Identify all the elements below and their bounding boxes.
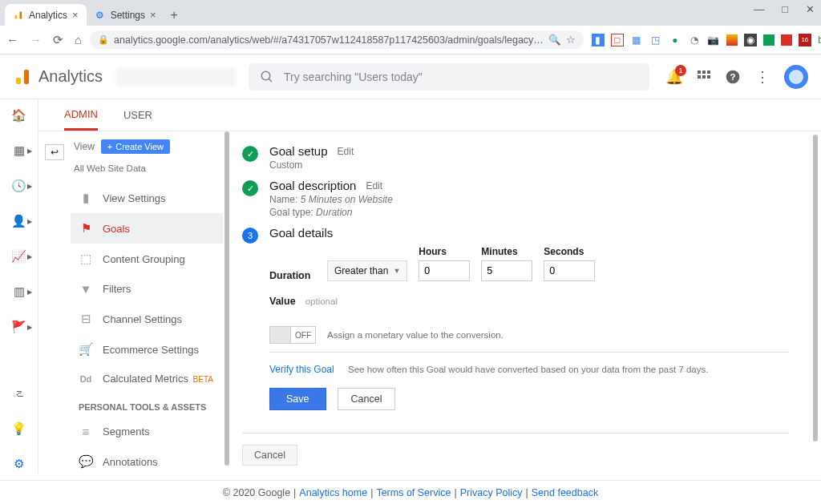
zoom-icon[interactable]: 🔍: [548, 34, 561, 46]
rail-conversions-icon[interactable]: 🚩▶: [8, 317, 30, 337]
rail-audience-icon[interactable]: 👤▶: [8, 212, 30, 231]
ext-icon[interactable]: [781, 34, 792, 46]
url-text: analytics.google.com/analytics/web/#/a74…: [114, 34, 544, 46]
duration-operator-dropdown[interactable]: Greater than ▼: [327, 260, 407, 281]
cart-icon: 🛒: [79, 342, 93, 357]
rail-realtime-icon[interactable]: 🕓▶: [8, 176, 30, 196]
admin-subtabs: ADMIN USER: [38, 99, 821, 131]
app-header: Analytics Try searching "Users today" 🔔 …: [0, 54, 821, 99]
close-window-button[interactable]: ✕: [806, 3, 815, 15]
svg-rect-1: [20, 11, 22, 18]
svg-rect-7: [702, 71, 706, 74]
forward-button[interactable]: →: [30, 33, 42, 47]
back-button[interactable]: ↩: [45, 144, 64, 160]
cancel-outer-button[interactable]: Cancel: [242, 445, 297, 466]
browser-toolbar: ← → ⟳ ⌂ 🔒 analytics.google.com/analytics…: [0, 26, 821, 54]
tab-close-icon[interactable]: ×: [72, 9, 79, 21]
step-goal-details: 3 Goal details Duration Greater than ▼: [242, 226, 789, 425]
ext-icon[interactable]: [726, 34, 738, 46]
ext-icon[interactable]: [763, 34, 774, 46]
menu-filters[interactable]: ▼ Filters: [71, 274, 223, 304]
notifications-button[interactable]: 🔔 1: [665, 68, 683, 86]
menu-content-grouping[interactable]: ⬚ Content Grouping: [71, 244, 223, 274]
step-title: Goal setup: [269, 144, 328, 158]
ext-icon[interactable]: 📷: [707, 34, 720, 46]
rail-discover-icon[interactable]: 💡: [8, 419, 30, 438]
address-bar[interactable]: 🔒 analytics.google.com/analytics/web/#/a…: [90, 30, 584, 49]
rail-customization-icon[interactable]: ▦▶: [8, 141, 30, 160]
ext-icon[interactable]: □: [611, 34, 624, 46]
menu-channel-settings[interactable]: ⊟ Channel Settings: [71, 304, 223, 334]
rail-behavior-icon[interactable]: ▥▶: [8, 282, 30, 301]
create-view-button[interactable]: + Create View: [101, 139, 170, 154]
plus-icon: +: [107, 142, 112, 151]
duration-label: Duration: [269, 270, 316, 281]
rail-admin-icon[interactable]: ⚙: [8, 454, 30, 474]
ext-icon[interactable]: bw: [818, 34, 821, 46]
help-icon[interactable]: ?: [725, 69, 741, 85]
chevron-down-icon: ▼: [393, 267, 400, 275]
menu-segments[interactable]: ≡ Segments: [71, 417, 223, 446]
apps-grid-icon[interactable]: [698, 71, 710, 83]
home-button[interactable]: ⌂: [75, 33, 82, 47]
ext-icon[interactable]: 16: [799, 34, 811, 46]
edit-link[interactable]: Edit: [366, 180, 382, 192]
ext-icon[interactable]: ◳: [649, 34, 662, 46]
save-button[interactable]: Save: [269, 388, 326, 410]
ext-icon[interactable]: ◔: [688, 34, 701, 46]
svg-rect-3: [24, 70, 29, 84]
star-icon[interactable]: ☆: [566, 34, 576, 46]
account-avatar[interactable]: [784, 65, 808, 89]
tab-user[interactable]: USER: [123, 101, 152, 129]
browser-tab-settings[interactable]: ⚙ Settings ×: [87, 4, 164, 26]
tab-title: Analytics: [29, 10, 67, 21]
property-title-blurred: [115, 67, 236, 87]
menu-calculated-metrics[interactable]: Dd Calculated Metrics BETA: [71, 365, 223, 393]
ext-icon[interactable]: ▮: [592, 34, 605, 46]
browser-tab-analytics[interactable]: Analytics ×: [5, 4, 87, 26]
maximize-button[interactable]: □: [782, 3, 788, 15]
extension-icons: ▮ □ ▦ ◳ ● ◔ 📷 ◉ 16 bw ✱ ✦ E ⋮: [592, 34, 821, 46]
footer-tos-link[interactable]: Terms of Service: [376, 487, 451, 498]
tab-admin[interactable]: ADMIN: [64, 100, 98, 131]
hours-input[interactable]: [419, 260, 470, 281]
kebab-menu-icon[interactable]: ⋮: [755, 68, 770, 86]
app-name: Analytics: [38, 67, 103, 86]
rail-home-icon[interactable]: 🏠: [8, 106, 30, 125]
search-icon: [260, 70, 274, 84]
flag-icon: ⚑: [79, 221, 93, 236]
annotations-icon: 💬: [79, 454, 93, 469]
footer-feedback-link[interactable]: Send feedback: [532, 487, 598, 498]
tab-close-icon[interactable]: ×: [150, 9, 156, 21]
verify-goal-link[interactable]: Verify this Goal: [269, 364, 334, 375]
menu-ecommerce-settings[interactable]: 🛒 Ecommerce Settings: [71, 334, 223, 365]
search-box[interactable]: Try searching "Users today": [249, 63, 649, 91]
back-button[interactable]: ←: [6, 33, 18, 47]
ext-icon[interactable]: ▦: [630, 34, 643, 46]
menu-view-settings[interactable]: ▮ View Settings: [71, 183, 223, 213]
reload-button[interactable]: ⟳: [53, 33, 63, 47]
rail-attribution-icon[interactable]: ౽: [8, 384, 30, 403]
notification-badge: 1: [675, 65, 686, 76]
rail-acquisition-icon[interactable]: 📈▶: [8, 247, 30, 266]
analytics-logo[interactable]: Analytics: [13, 67, 103, 87]
view-selector[interactable]: All Web Site Data: [71, 160, 223, 176]
ext-icon[interactable]: ◉: [744, 34, 757, 46]
verify-description: See how often this Goal would have conve…: [348, 365, 708, 374]
footer-analytics-home-link[interactable]: Analytics home: [299, 487, 367, 498]
menu-annotations[interactable]: 💬 Annotations: [71, 446, 223, 474]
settings-favicon: ⚙: [95, 10, 106, 21]
edit-link[interactable]: Edit: [338, 146, 354, 157]
tab-title: Settings: [111, 10, 145, 21]
footer-privacy-link[interactable]: Privacy Policy: [460, 487, 523, 498]
new-tab-button[interactable]: +: [164, 5, 184, 26]
seconds-input[interactable]: [544, 260, 595, 281]
cancel-button[interactable]: Cancel: [338, 388, 396, 410]
minimize-button[interactable]: —: [754, 3, 764, 15]
value-label: Value: [269, 296, 296, 307]
minutes-input[interactable]: [481, 260, 532, 281]
browser-tab-strip: Analytics × ⚙ Settings × +: [0, 0, 821, 26]
value-toggle[interactable]: OFF: [269, 326, 316, 344]
menu-goals[interactable]: ⚑ Goals: [71, 213, 223, 244]
ext-icon[interactable]: ●: [669, 34, 681, 46]
